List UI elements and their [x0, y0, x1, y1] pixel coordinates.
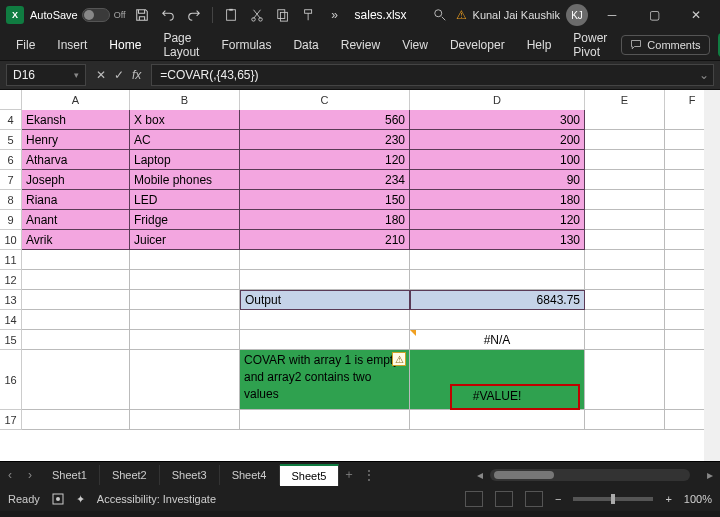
name-box[interactable]: D16 ▾ [6, 64, 86, 86]
output-value-cell[interactable]: 6843.75 [410, 290, 585, 310]
cell[interactable] [240, 410, 410, 430]
cell[interactable] [410, 270, 585, 290]
cell[interactable] [410, 410, 585, 430]
page-break-view-icon[interactable] [525, 491, 543, 507]
cell[interactable]: Mobile phones [130, 170, 240, 190]
cell[interactable]: Ekansh [22, 110, 130, 130]
cell[interactable] [130, 290, 240, 310]
cell[interactable] [585, 350, 665, 410]
col-header-c[interactable]: C [240, 90, 410, 110]
covar-note-cell[interactable]: COVAR with array 1 is empty and array2 c… [240, 350, 410, 410]
tab-page-layout[interactable]: Page Layout [153, 25, 209, 65]
vertical-scrollbar[interactable] [704, 90, 720, 461]
row-header[interactable]: 11 [0, 250, 22, 270]
cell[interactable]: 300 [410, 110, 585, 130]
tab-review[interactable]: Review [331, 32, 390, 58]
cell[interactable] [585, 330, 665, 350]
row-header[interactable]: 12 [0, 270, 22, 290]
cells-area[interactable]: EkanshX box560300 HenryAC230200 AtharvaL… [22, 110, 720, 430]
row-header[interactable]: 10 [0, 230, 22, 250]
redo-icon[interactable] [184, 5, 204, 25]
cell[interactable] [585, 190, 665, 210]
cell[interactable] [585, 210, 665, 230]
toggle-icon[interactable] [82, 8, 110, 22]
cell[interactable]: 230 [240, 130, 410, 150]
cell[interactable] [240, 250, 410, 270]
cell[interactable]: 210 [240, 230, 410, 250]
cell[interactable] [130, 350, 240, 410]
row-header[interactable]: 6 [0, 150, 22, 170]
zoom-slider[interactable] [573, 497, 653, 501]
col-header-a[interactable]: A [22, 90, 130, 110]
cell[interactable] [130, 250, 240, 270]
add-sheet-icon[interactable]: ＋ [339, 466, 359, 483]
zoom-in-icon[interactable]: + [665, 493, 671, 505]
cell[interactable] [410, 250, 585, 270]
cell[interactable]: Fridge [130, 210, 240, 230]
cell[interactable] [240, 330, 410, 350]
cell[interactable]: Laptop [130, 150, 240, 170]
row-header[interactable]: 7 [0, 170, 22, 190]
accessibility-status[interactable]: Accessibility: Investigate [97, 493, 216, 505]
tab-help[interactable]: Help [517, 32, 562, 58]
row-header[interactable]: 16 [0, 350, 22, 410]
cell[interactable]: X box [130, 110, 240, 130]
cell[interactable]: 234 [240, 170, 410, 190]
autosave-toggle[interactable]: AutoSave Off [30, 8, 126, 22]
row-header[interactable]: 17 [0, 410, 22, 430]
hscroll-right-icon[interactable]: ▸ [700, 468, 720, 482]
sheet-tab[interactable]: Sheet1 [40, 465, 100, 485]
cell[interactable]: Juicer [130, 230, 240, 250]
tab-developer[interactable]: Developer [440, 32, 515, 58]
cell[interactable] [130, 410, 240, 430]
row-header[interactable]: 9 [0, 210, 22, 230]
cell[interactable]: Joseph [22, 170, 130, 190]
tab-file[interactable]: File [6, 32, 45, 58]
cell[interactable] [22, 330, 130, 350]
tab-view[interactable]: View [392, 32, 438, 58]
formula-input[interactable]: =COVAR(,{43,65}) ⌄ [151, 64, 714, 86]
sheet-nav-next-icon[interactable]: › [20, 468, 40, 482]
row-header[interactable]: 5 [0, 130, 22, 150]
tab-formulas[interactable]: Formulas [211, 32, 281, 58]
comments-button[interactable]: Comments [621, 35, 709, 55]
cell[interactable]: 90 [410, 170, 585, 190]
cell[interactable]: Anant [22, 210, 130, 230]
tab-home[interactable]: Home [99, 32, 151, 58]
cell[interactable] [585, 230, 665, 250]
cell[interactable] [130, 330, 240, 350]
cell[interactable] [585, 150, 665, 170]
cell[interactable] [130, 270, 240, 290]
cell[interactable]: 180 [410, 190, 585, 210]
save-icon[interactable] [132, 5, 152, 25]
cell[interactable] [585, 130, 665, 150]
sheet-nav-prev-icon[interactable]: ‹ [0, 468, 20, 482]
na-error-cell[interactable]: #N/A [410, 330, 585, 350]
cell[interactable]: 120 [240, 150, 410, 170]
user-avatar[interactable]: KJ [566, 4, 588, 26]
tab-insert[interactable]: Insert [47, 32, 97, 58]
sheet-menu-icon[interactable]: ⋮ [359, 468, 379, 482]
cell[interactable]: 130 [410, 230, 585, 250]
cell[interactable] [22, 290, 130, 310]
cell[interactable]: 200 [410, 130, 585, 150]
tab-data[interactable]: Data [283, 32, 328, 58]
chevron-down-icon[interactable]: ▾ [74, 70, 79, 80]
cell[interactable] [22, 350, 130, 410]
cell[interactable] [410, 310, 585, 330]
cell[interactable] [22, 310, 130, 330]
cell[interactable]: Avrik [22, 230, 130, 250]
macro-record-icon[interactable] [52, 493, 64, 505]
zoom-out-icon[interactable]: − [555, 493, 561, 505]
warning-icon[interactable]: ⚠ [456, 8, 467, 22]
cell[interactable] [130, 310, 240, 330]
cell[interactable] [585, 170, 665, 190]
paste-icon[interactable] [221, 5, 241, 25]
sheet-tab-active[interactable]: Sheet5 [280, 464, 340, 486]
cell[interactable]: Atharva [22, 150, 130, 170]
cell[interactable] [585, 290, 665, 310]
search-icon[interactable] [430, 5, 450, 25]
cell[interactable]: 180 [240, 210, 410, 230]
cell[interactable] [585, 270, 665, 290]
sheet-tab[interactable]: Sheet4 [220, 465, 280, 485]
